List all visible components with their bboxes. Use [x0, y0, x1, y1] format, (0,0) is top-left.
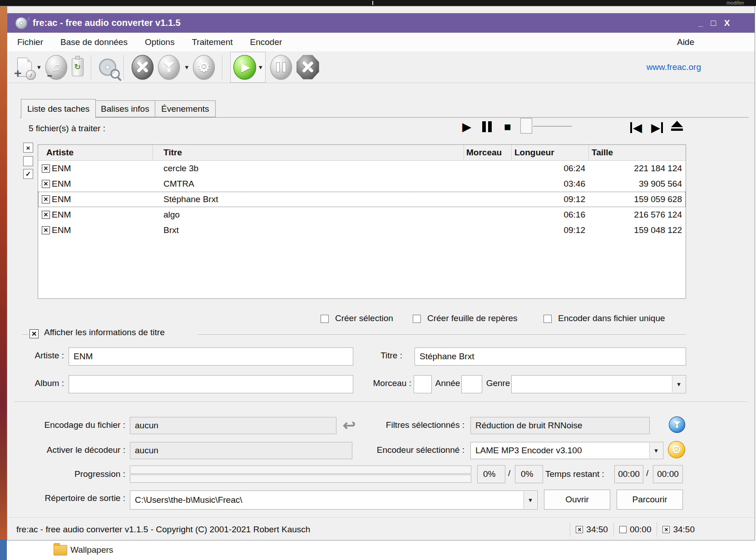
stop-encoding-button[interactable]	[296, 55, 319, 79]
magnifier-icon	[110, 69, 120, 79]
artist-field[interactable]: ENM	[69, 347, 353, 366]
menu-encoder[interactable]: Encoder	[250, 37, 282, 47]
title-field[interactable]: Stéphane Brxt	[415, 347, 686, 366]
background-text-fragment: modifier	[726, 0, 744, 5]
music-note-icon: ♫ −	[45, 55, 67, 79]
decoder-label: Activer le décodeur :	[14, 445, 125, 455]
filter-dropdown-arrow[interactable]: ▾	[185, 63, 189, 71]
selected-filters-value: Réduction de bruit RNNoise	[470, 417, 650, 434]
previous-track-button[interactable]: ◀	[630, 121, 642, 134]
genre-combobox[interactable]: ▾	[511, 375, 686, 393]
start-encoding-button[interactable]: ▶	[233, 55, 256, 79]
checked-checkbox[interactable]: ×	[662, 526, 670, 533]
filters-button[interactable]	[669, 416, 685, 433]
create-cuesheet-checkbox[interactable]	[413, 315, 421, 323]
menu-aide[interactable]: Aide	[677, 33, 694, 51]
output-dir-combobox[interactable]: C:\Users\the-b\Music\Freac\ ▾	[130, 491, 538, 510]
tab-liste-des-taches[interactable]: Liste des taches	[21, 99, 96, 118]
album-field[interactable]	[69, 375, 353, 393]
tab-balises-infos[interactable]: Balises infos	[94, 100, 156, 117]
gear-icon: ⚙	[193, 55, 215, 79]
column-header-taille[interactable]: Taille	[589, 145, 686, 160]
app-cd-icon: ♪	[15, 17, 27, 29]
unchecked-checkbox[interactable]	[619, 526, 627, 533]
menu-traitement[interactable]: Traitement	[192, 37, 232, 47]
table-row[interactable]: ×ENM algo 06:16 216 576 124	[38, 207, 686, 223]
slash-separator: /	[646, 468, 648, 478]
add-file-icon: + ♪	[17, 58, 32, 77]
maximize-button[interactable]: □	[707, 13, 719, 33]
status-time-cell: 00:00	[613, 522, 657, 537]
playback-play-button[interactable]: ▶	[462, 120, 471, 134]
seek-slider-track[interactable]	[533, 126, 572, 127]
eject-button[interactable]	[671, 121, 683, 131]
chevron-down-icon[interactable]: ▾	[672, 376, 685, 392]
track-label: Morceau :	[357, 378, 411, 388]
column-header-titre[interactable]: Titre	[153, 145, 464, 160]
close-button[interactable]: X	[721, 13, 733, 33]
playback-pause-button[interactable]	[482, 121, 492, 132]
row-checkbox[interactable]: ×	[42, 226, 50, 234]
create-playlist-label: Créer sélection	[335, 313, 393, 323]
select-none-button[interactable]	[23, 156, 33, 166]
freac-website-link[interactable]: www.freac.org	[647, 51, 701, 83]
encode-single-file-label: Encoder dans fichier unique	[558, 313, 665, 323]
year-label: Année :	[434, 378, 465, 388]
add-files-button[interactable]: + ♪	[17, 58, 32, 77]
row-checkbox[interactable]: ×	[42, 195, 50, 203]
minimize-button[interactable]: _	[695, 13, 707, 33]
table-row-selected[interactable]: ×ENM Stéphane Brxt 09:12 159 059 628	[38, 192, 686, 207]
seek-slider-thumb[interactable]	[520, 118, 532, 134]
menu-base-de-donnees[interactable]: Base de données	[60, 37, 128, 47]
column-header-artiste[interactable]: Artiste	[38, 145, 153, 160]
playback-stop-button[interactable]: ■	[504, 120, 511, 134]
pause-encoding-button[interactable]	[270, 55, 292, 79]
column-header-morceau[interactable]: Morceau	[464, 145, 512, 160]
row-checkbox[interactable]: ×	[42, 164, 50, 173]
table-row[interactable]: ×ENM Brxt 09:12 159 048 122	[38, 223, 686, 238]
menu-options[interactable]: Options	[145, 37, 174, 47]
remove-track-button[interactable]: ♫ −	[45, 55, 67, 79]
group-line	[22, 334, 29, 335]
next-track-button[interactable]: ▶	[651, 121, 663, 134]
start-encoding-dropdown-arrow[interactable]: ▾	[259, 63, 262, 71]
open-button[interactable]: Ouvrir	[544, 490, 610, 510]
year-field[interactable]	[461, 375, 482, 393]
create-cuesheet-label: Créer feuille de repères	[427, 313, 518, 323]
tab-evenements[interactable]: Évenements	[155, 100, 216, 117]
create-playlist-checkbox[interactable]	[321, 315, 329, 323]
clear-joblist-button[interactable]: ↻	[72, 58, 84, 76]
row-checkbox[interactable]: ×	[42, 180, 50, 188]
menu-bar: Fichier Base de données Options Traiteme…	[7, 33, 755, 51]
trash-recycle-icon: ↻	[72, 58, 84, 76]
toolbar-separator	[91, 55, 92, 79]
toggle-selection-button[interactable]: ✓	[23, 169, 33, 179]
file-encoding-label: Encodage du fichier :	[14, 420, 125, 430]
checked-checkbox[interactable]: ×	[576, 526, 583, 533]
title-bar[interactable]: ♪ fre:ac - free audio converter v1.1.5 _…	[7, 13, 755, 33]
show-title-info-checkbox[interactable]: ×	[30, 329, 39, 338]
select-all-button[interactable]: ×	[23, 143, 33, 153]
title-label: Titre :	[371, 351, 402, 361]
desktop-wallpaper-strip	[0, 6, 7, 560]
table-row[interactable]: ×ENM CMTRA 03:46 39 905 564	[38, 176, 686, 192]
folder-label[interactable]: Wallpapers	[70, 545, 113, 555]
general-settings-button[interactable]	[132, 55, 153, 79]
chevron-down-icon[interactable]: ▾	[524, 491, 537, 509]
chevron-down-icon[interactable]: ▾	[649, 443, 662, 458]
encoder-settings-button[interactable]: ⚙	[193, 55, 215, 79]
filter-settings-button[interactable]	[158, 55, 180, 79]
browse-button[interactable]: Parcourir	[617, 490, 683, 510]
encode-single-file-checkbox[interactable]	[544, 315, 552, 323]
menu-fichier[interactable]: Fichier	[17, 37, 43, 47]
encoder-combobox[interactable]: LAME MP3 Encoder v3.100 ▾	[470, 442, 663, 459]
table-row[interactable]: ×ENM cercle 3b 06:24 221 184 124	[38, 161, 686, 176]
row-checkbox[interactable]: ×	[42, 211, 50, 219]
folder-icon[interactable]	[54, 545, 67, 555]
output-dir-label: Répertoire de sortie :	[14, 493, 125, 503]
encoder-settings-button[interactable]: ⚙	[668, 441, 685, 458]
column-header-longueur[interactable]: Longueur	[512, 145, 589, 160]
track-field[interactable]	[414, 375, 432, 393]
query-cddb-button[interactable]	[99, 59, 116, 76]
add-files-dropdown-arrow[interactable]: ▾	[37, 63, 41, 71]
